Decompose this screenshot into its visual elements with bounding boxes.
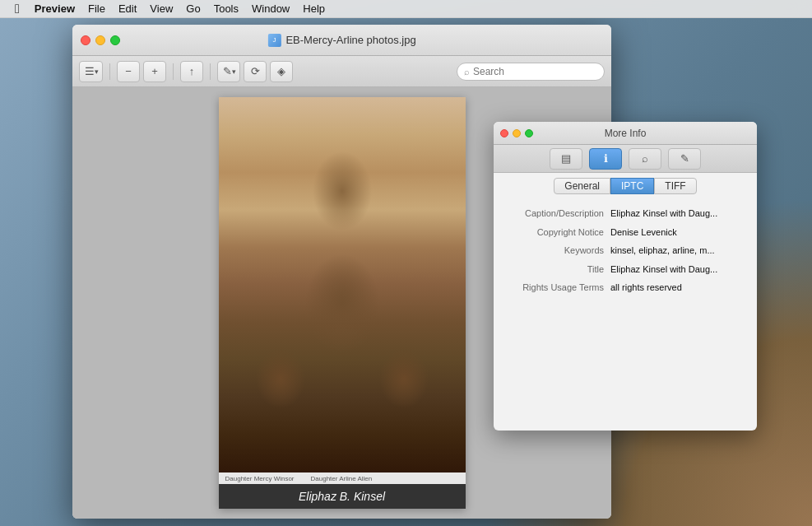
rotate-button[interactable]: ⟳ — [244, 61, 267, 82]
markup-icon: ✎ — [223, 65, 232, 77]
subtab-tiff[interactable]: TIFF — [654, 178, 696, 194]
caption-right: Daughter Arline Allen — [311, 475, 373, 482]
toolbar-separator-2 — [173, 63, 174, 80]
info-tab-edit[interactable]: ✎ — [668, 148, 701, 170]
info-toolbar: ▤ ℹ ⌕ ✎ — [494, 145, 757, 173]
info-row-keywords: Keywords kinsel, eliphaz, arline, m... — [494, 241, 757, 260]
keywords-value: kinsel, eliphaz, arline, m... — [610, 244, 715, 258]
photo-overlay — [219, 97, 466, 472]
menubar:  Preview File Edit View Go Tools Window… — [0, 0, 812, 18]
markup-button[interactable]: ✎ ▾ — [217, 61, 240, 82]
toolbar-separator-3 — [210, 63, 211, 80]
menubar-preview[interactable]: Preview — [28, 0, 81, 18]
menubar-edit[interactable]: Edit — [112, 0, 143, 18]
menubar-window[interactable]: Window — [245, 0, 296, 18]
rights-value: all rights reserved — [610, 281, 682, 295]
sidebar-icon: ☰ — [85, 65, 95, 77]
window-title: J EB-Mercy-Arline photos.jpg — [267, 34, 415, 47]
menubar-go[interactable]: Go — [179, 0, 206, 18]
toolbar-separator-1 — [109, 63, 110, 80]
photo-page: Daughter Mercy Winsor Daughter Arline Al… — [219, 97, 466, 509]
traffic-lights — [81, 35, 120, 45]
info-row-title: Title Eliphaz Kinsel with Daug... — [494, 260, 757, 279]
menubar-file[interactable]: File — [81, 0, 112, 18]
maximize-button[interactable] — [110, 35, 120, 45]
info-subtabs: General IPTC TIFF — [494, 173, 757, 198]
close-button[interactable] — [81, 35, 90, 45]
caption-left: Daughter Mercy Winsor — [225, 475, 295, 482]
info-panel: More Info ▤ ℹ ⌕ ✎ General IPTC TIFF — [494, 122, 757, 431]
search-tab-icon: ⌕ — [642, 152, 648, 165]
keywords-label: Keywords — [503, 244, 610, 258]
file-tab-icon: ▤ — [561, 152, 571, 165]
toolbar: ☰ ▾ − + ↑ ✎ ▾ ⟳ ◈ — [72, 56, 611, 87]
photo-title-bar: Eliphaz B. Kinsel — [219, 484, 466, 509]
subtab-general[interactable]: General — [554, 178, 610, 194]
sepia-photo — [219, 97, 466, 472]
photo-container — [219, 97, 466, 472]
menubar-help[interactable]: Help — [296, 0, 332, 18]
caption-value: Eliphaz Kinsel with Daug... — [610, 207, 717, 221]
chevron-down-icon: ▾ — [95, 67, 99, 76]
copyright-label: Copyright Notice — [503, 226, 610, 240]
copyright-value: Denise Levenick — [610, 226, 677, 240]
rotate-icon: ⟳ — [251, 65, 260, 77]
search-icon: ⌕ — [464, 67, 470, 77]
info-tab-info[interactable]: ℹ — [589, 148, 622, 170]
edit-tab-icon: ✎ — [680, 152, 689, 165]
adjust-button[interactable]: ◈ — [270, 61, 293, 82]
subtab-iptc[interactable]: IPTC — [610, 178, 654, 194]
rights-label: Rights Usage Terms — [503, 281, 610, 295]
zoom-in-icon: + — [151, 65, 158, 77]
info-minimize-button[interactable] — [513, 129, 521, 137]
apple-menu[interactable]:  — [7, 0, 28, 18]
menubar-tools[interactable]: Tools — [207, 0, 245, 18]
info-row-rights: Rights Usage Terms all rights reserved — [494, 278, 757, 297]
info-tab-file[interactable]: ▤ — [550, 148, 582, 170]
info-maximize-button[interactable] — [525, 129, 533, 137]
info-row-copyright: Copyright Notice Denise Levenick — [494, 223, 757, 242]
sidebar-toggle-button[interactable]: ☰ ▾ — [79, 61, 103, 82]
title-value: Eliphaz Kinsel with Daug... — [610, 263, 717, 277]
zoom-out-icon: − — [125, 65, 132, 77]
photo-title: Eliphaz B. Kinsel — [299, 490, 385, 503]
info-close-button[interactable] — [500, 129, 508, 137]
file-icon: J — [267, 34, 281, 47]
search-input[interactable] — [473, 66, 597, 77]
info-tab-icon-symbol: ℹ — [604, 152, 608, 165]
adjust-icon: ◈ — [277, 65, 285, 77]
minimize-button[interactable] — [95, 35, 105, 45]
info-tab-search[interactable]: ⌕ — [629, 148, 661, 170]
window-titlebar: J EB-Mercy-Arline photos.jpg — [72, 25, 611, 56]
markup-chevron-icon: ▾ — [232, 67, 236, 76]
info-traffic-lights — [500, 129, 533, 137]
search-field[interactable]: ⌕ — [457, 63, 605, 81]
desktop:  Preview File Edit View Go Tools Window… — [0, 0, 812, 526]
info-panel-title: More Info — [605, 128, 647, 139]
title-label: Title — [503, 263, 610, 277]
photo-caption-bar: Daughter Mercy Winsor Daughter Arline Al… — [219, 472, 466, 484]
share-button[interactable]: ↑ — [180, 61, 203, 82]
share-icon: ↑ — [189, 65, 195, 77]
info-titlebar: More Info — [494, 122, 757, 145]
info-row-caption: Caption/Description Eliphaz Kinsel with … — [494, 204, 757, 223]
menubar-view[interactable]: View — [143, 0, 179, 18]
info-data: Caption/Description Eliphaz Kinsel with … — [494, 198, 757, 431]
zoom-in-button[interactable]: + — [143, 61, 166, 82]
caption-label: Caption/Description — [503, 207, 610, 221]
zoom-out-button[interactable]: − — [117, 61, 140, 82]
